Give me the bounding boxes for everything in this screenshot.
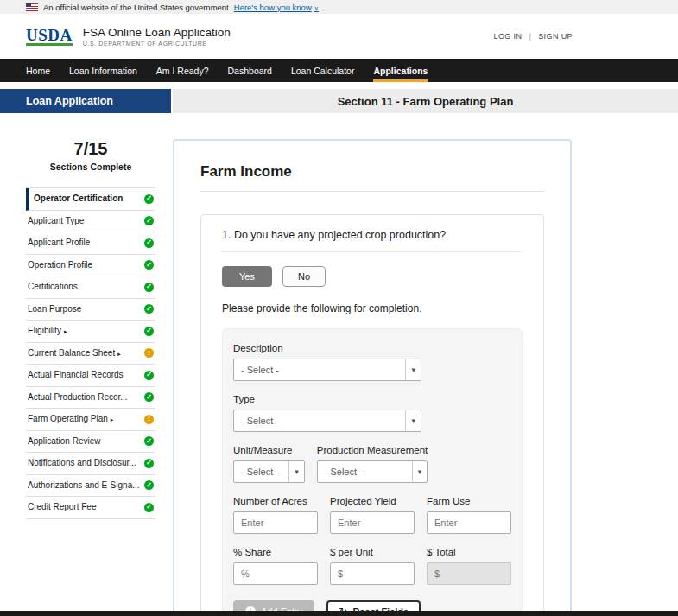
site-subtitle: U.S. DEPARTMENT OF AGRICULTURE	[83, 41, 231, 47]
sidebar: 7/15 Sections Complete Operator Certific…	[26, 139, 155, 519]
type-select[interactable]: - Select - ▾	[233, 410, 421, 432]
usda-logo[interactable]: USDA	[26, 27, 73, 47]
number-of-acres-field: Number of Acres	[233, 496, 318, 534]
select-value: - Select -	[325, 467, 363, 477]
farm-use-label: Farm Use	[427, 496, 511, 506]
footer-strip	[0, 611, 678, 616]
entry-form: Description - Select - ▾ Type - Select -…	[222, 328, 523, 616]
sidebar-item-authorizations-and-e-signa[interactable]: Authorizations and E-Signa...✓	[26, 475, 155, 498]
sidebar-item-operation-profile[interactable]: Operation Profile✓	[26, 255, 155, 277]
section-label: Certifications	[28, 282, 140, 293]
share-unit-total-row: % Share $ per Unit $ Total	[233, 547, 511, 585]
logo-block: USDA FSA Online Loan Application U.S. DE…	[26, 26, 231, 47]
unit-production-row: Unit/Measure - Select - ▾ Production Mea…	[233, 445, 511, 483]
section-label: Credit Report Fee	[28, 502, 140, 513]
description-select[interactable]: - Select - ▾	[233, 359, 421, 381]
unit-measure-field: Unit/Measure - Select - ▾	[233, 445, 305, 483]
chevron-right-icon: ▸	[64, 328, 67, 334]
acres-yield-use-row: Number of Acres Projected Yield Farm Use	[233, 496, 511, 534]
production-measurement-select[interactable]: - Select - ▾	[317, 460, 428, 483]
number-of-acres-input[interactable]	[233, 511, 318, 534]
sidebar-item-applicant-type[interactable]: Applicant Type✓	[26, 211, 155, 233]
main-nav: HomeLoan InformationAm I Ready?Dashboard…	[0, 59, 678, 82]
divider	[200, 191, 544, 192]
login-link[interactable]: LOG IN	[494, 32, 523, 41]
sidebar-item-credit-report-fee[interactable]: Credit Report Fee✓	[26, 497, 155, 519]
auth-links: LOG IN | SIGN UP	[494, 32, 573, 41]
instruction-text: Please provide the following for complet…	[222, 302, 523, 314]
sidebar-item-loan-purpose[interactable]: Loan Purpose✓	[26, 299, 155, 321]
complete-check-icon: ✓	[144, 436, 154, 446]
yes-no-buttons: Yes No	[222, 266, 523, 287]
complete-check-icon: ✓	[144, 327, 154, 336]
sidebar-item-application-review[interactable]: Application Review✓	[26, 431, 155, 454]
complete-check-icon: ✓	[144, 480, 154, 490]
us-flag-icon	[26, 3, 38, 11]
gov-banner: An official website of the United States…	[0, 0, 678, 14]
warning-icon: !	[144, 348, 154, 358]
per-unit-input[interactable]	[330, 562, 415, 585]
sidebar-item-notifications-and-disclosur[interactable]: Notifications and Disclosur...✓	[26, 453, 155, 475]
type-label: Type	[233, 394, 511, 404]
total-label: $ Total	[427, 547, 511, 557]
complete-check-icon: ✓	[144, 238, 154, 248]
signup-link[interactable]: SIGN UP	[538, 32, 573, 41]
how-you-know-link[interactable]: Here's how you know∨	[234, 3, 319, 12]
section-label: Actual Financial Records	[28, 370, 140, 381]
sidebar-item-eligibility[interactable]: Eligibility▸✓	[26, 321, 155, 343]
complete-check-icon: ✓	[144, 194, 154, 204]
nav-item-am-i-ready[interactable]: Am I Ready?	[156, 59, 209, 82]
sidebar-item-applicant-profile[interactable]: Applicant Profile✓	[26, 232, 155, 255]
section-label: Application Review	[28, 436, 140, 448]
nav-item-home[interactable]: Home	[26, 59, 50, 82]
content: 7/15 Sections Complete Operator Certific…	[0, 113, 678, 616]
complete-check-icon: ✓	[144, 503, 154, 512]
production-measurement-field: Production Measurement - Select - ▾	[317, 445, 428, 483]
section-label: Notifications and Disclosur...	[28, 458, 140, 469]
section-label: Operator Certification	[34, 194, 140, 205]
page-title: Farm Income	[200, 163, 544, 181]
no-button[interactable]: No	[282, 266, 326, 287]
caret-down-icon: ▾	[405, 359, 421, 380]
unit-measure-label: Unit/Measure	[233, 445, 305, 455]
share-input[interactable]	[233, 562, 318, 585]
nav-item-loan-calculator[interactable]: Loan Calculator	[291, 59, 355, 82]
section-label: Actual Production Recor...	[28, 392, 140, 403]
section-label: Operation Profile	[28, 260, 140, 271]
caret-down-icon: ▾	[412, 461, 428, 482]
description-label: Description	[233, 343, 511, 353]
nav-item-dashboard[interactable]: Dashboard	[228, 59, 272, 82]
subheader: Loan Application Section 11 - Farm Opera…	[0, 89, 678, 113]
complete-check-icon: ✓	[144, 304, 154, 314]
production-measurement-label: Production Measurement	[317, 445, 428, 455]
sidebar-item-farm-operating-plan[interactable]: Farm Operating Plan▸!	[26, 409, 155, 431]
chevron-right-icon: ▸	[117, 351, 121, 357]
projected-yield-field: Projected Yield	[330, 496, 415, 534]
nav-item-loan-information[interactable]: Loan Information	[69, 59, 137, 82]
question-box: 1. Do you have any projected crop produc…	[200, 214, 544, 616]
sidebar-item-current-balance-sheet[interactable]: Current Balance Sheet▸!	[26, 343, 155, 365]
projected-yield-input[interactable]	[330, 511, 415, 534]
question-text: 1. Do you have any projected crop produc…	[222, 229, 523, 241]
select-value: - Select -	[241, 365, 279, 375]
main-card: Farm Income 1. Do you have any projected…	[173, 139, 572, 616]
share-field: % Share	[233, 547, 318, 585]
sidebar-item-certifications[interactable]: Certifications✓	[26, 276, 155, 299]
sidebar-item-actual-financial-records[interactable]: Actual Financial Records✓	[26, 365, 155, 387]
number-of-acres-label: Number of Acres	[233, 496, 318, 506]
unit-measure-select[interactable]: - Select - ▾	[233, 460, 305, 483]
caret-down-icon: ▾	[288, 461, 304, 482]
farm-use-input[interactable]	[427, 511, 511, 534]
sidebar-item-operator-certification[interactable]: Operator Certification✓	[26, 188, 155, 211]
section-label: Farm Operating Plan▸	[28, 414, 140, 425]
sidebar-item-actual-production-recor[interactable]: Actual Production Recor...✓	[26, 387, 155, 410]
progress-count: 7/15	[26, 139, 155, 159]
section-label: Eligibility▸	[28, 326, 140, 337]
nav-item-applications[interactable]: Applications	[373, 59, 428, 82]
select-value: - Select -	[241, 467, 279, 477]
yes-button[interactable]: Yes	[222, 266, 272, 287]
total-input	[427, 562, 511, 585]
select-value: - Select -	[241, 416, 279, 426]
warning-icon: !	[144, 415, 154, 424]
site-header: USDA FSA Online Loan Application U.S. DE…	[0, 14, 678, 59]
